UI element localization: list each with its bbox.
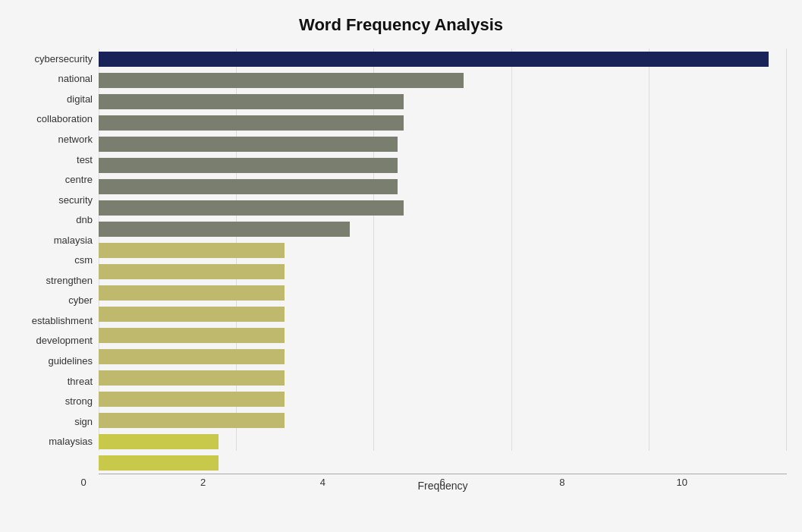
bar-guidelines <box>99 370 285 386</box>
bar-row <box>99 261 787 282</box>
bar-row <box>99 155 787 176</box>
bar-row <box>99 346 787 367</box>
bar-dnb <box>99 222 350 237</box>
y-label-digital: digital <box>67 89 93 109</box>
bar-strong <box>99 413 285 428</box>
bar-row <box>99 219 787 240</box>
x-tick-label: 10 <box>667 477 697 488</box>
x-tick-label: 4 <box>307 477 338 488</box>
bar-row <box>99 389 787 410</box>
y-label-network: network <box>58 129 93 150</box>
x-tick-label: 2 <box>188 477 219 488</box>
bar-row <box>99 112 787 134</box>
bars-area <box>99 49 787 474</box>
y-label-malaysias: malaysias <box>49 431 93 452</box>
bar-strengthen <box>99 285 285 301</box>
y-label-national: national <box>58 69 93 90</box>
y-label-csm: csm <box>74 250 93 270</box>
bar-threat <box>99 392 285 407</box>
x-tick-label: 8 <box>547 477 577 488</box>
bar-test <box>99 158 398 173</box>
bar-row <box>99 197 787 219</box>
x-labels: 0246810 <box>99 474 787 477</box>
bar-malaysia <box>99 243 285 258</box>
y-label-strengthen: strengthen <box>46 270 93 291</box>
y-label-guidelines: guidelines <box>48 351 93 371</box>
y-label-collaboration: collaboration <box>36 109 93 130</box>
x-tick-label: 6 <box>427 477 458 488</box>
bar-row <box>99 70 787 91</box>
chart-container: Word Frequency Analysis cybersecuritynat… <box>0 0 802 532</box>
y-label-establishment: establishment <box>32 310 93 331</box>
chart-title: Word Frequency Analysis <box>15 15 787 35</box>
bar-row <box>99 304 787 325</box>
y-label-strong: strong <box>65 391 93 411</box>
bar-digital <box>99 94 404 109</box>
bar-row <box>99 410 787 431</box>
bar-row <box>99 282 787 304</box>
y-label-centre: centre <box>65 169 93 190</box>
y-label-dnb: dnb <box>76 209 93 230</box>
bar-row <box>99 134 787 155</box>
bar-malaysias <box>99 455 219 471</box>
bar-security <box>99 200 404 216</box>
y-label-cybersecurity: cybersecurity <box>34 49 93 69</box>
bar-collaboration <box>99 115 404 131</box>
bar-development <box>99 349 285 364</box>
bar-cybersecurity <box>99 52 769 67</box>
bar-row <box>99 325 787 346</box>
y-label-threat: threat <box>68 371 93 392</box>
bar-row <box>99 431 787 452</box>
y-label-malaysia: malaysia <box>54 230 93 250</box>
y-label-test: test <box>77 150 93 170</box>
bar-cyber <box>99 307 285 322</box>
bar-establishment <box>99 328 285 343</box>
bars-section: 0246810 Frequency <box>99 49 787 474</box>
bar-row <box>99 176 787 197</box>
x-axis: 0246810 <box>99 474 787 477</box>
y-label-security: security <box>58 190 93 210</box>
y-label-sign: sign <box>74 411 93 432</box>
bar-csm <box>99 264 285 279</box>
chart-area: cybersecuritynationaldigitalcollaboratio… <box>15 49 787 474</box>
bar-row <box>99 91 787 112</box>
bar-sign <box>99 434 219 449</box>
bar-row <box>99 367 787 389</box>
y-label-cyber: cyber <box>68 291 93 311</box>
x-tick-label: 0 <box>68 477 99 488</box>
bar-row <box>99 452 787 474</box>
bar-row <box>99 49 787 70</box>
bar-centre <box>99 179 398 194</box>
bar-network <box>99 137 398 152</box>
y-labels: cybersecuritynationaldigitalcollaboratio… <box>15 49 99 474</box>
y-label-development: development <box>36 331 93 351</box>
bar-national <box>99 73 464 88</box>
bar-row <box>99 240 787 261</box>
